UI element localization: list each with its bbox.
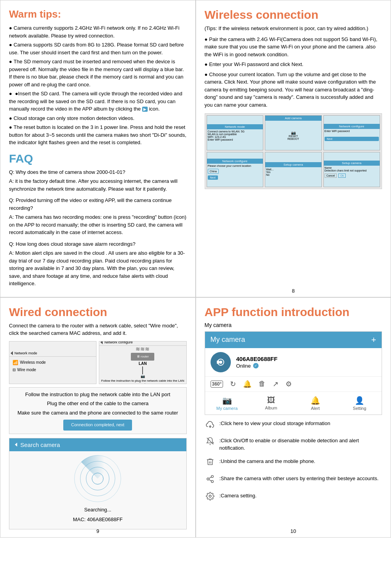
app-function-section: APP function introduction My camera My c… <box>196 297 391 538</box>
svg-point-9 <box>209 495 211 497</box>
bell-action[interactable]: 🔔 <box>243 380 252 388</box>
svg-point-6 <box>211 480 213 483</box>
wireless-screenshots: Network mode Connect camera to WLAN: 5GW… <box>205 113 382 189</box>
app-page-num: 10 <box>196 528 391 534</box>
svg-rect-2 <box>217 361 219 364</box>
faq-a2: A: The camera has two recording modes: o… <box>9 213 187 236</box>
feature-list: :Click here to view your cloud storage i… <box>205 420 382 504</box>
wireless-tips: (Tips: If the wireless network environme… <box>205 25 382 32</box>
bullet-6: The reset button is located on the 3 in … <box>9 123 187 147</box>
360-action[interactable]: 360° <box>211 381 223 388</box>
svg-point-5 <box>207 478 209 480</box>
wireless-screen-1: Network mode Connect camera to WLAN: 5GW… <box>207 115 264 150</box>
wired-screen-2-header: Network configure <box>104 341 133 344</box>
back-chevron-2 <box>100 341 103 344</box>
nav-camera-icon: 📷 <box>222 396 232 405</box>
nav-alert-icon: 🔔 <box>311 396 320 405</box>
nav-album-label: Album <box>265 406 277 410</box>
wireless-page-num: 8 <box>196 288 391 294</box>
gear-icon <box>205 492 216 504</box>
wired-screen-1-header: Network mode <box>14 351 37 355</box>
connection-completed-btn[interactable]: Connection completed, next <box>63 420 132 431</box>
feature-settings: :Camera setting. <box>205 492 382 504</box>
warm-tips-section: Warm tips: Camera currently supports 2.4… <box>0 0 196 297</box>
my-camera-header-title: My camera <box>211 336 245 344</box>
add-camera-plus[interactable]: + <box>371 335 376 345</box>
online-indicator <box>253 363 259 368</box>
wireless-title: Wireless connection <box>205 8 382 21</box>
faq-a3: A: Motion alert clips are saved in the c… <box>9 249 187 288</box>
wired-page-num: 9 <box>0 528 195 534</box>
app-function-title: APP function introduction <box>205 306 382 319</box>
nav-my-camera-label: My camera <box>216 406 237 411</box>
search-camera-box: Search camera Searching... MAC: 406A8E06… <box>9 438 187 529</box>
faq-q3: Q: How long does cloud storage save alar… <box>9 240 187 248</box>
back-chevron <box>11 351 13 355</box>
feature-cloud: :Click here to view your cloud storage i… <box>205 420 382 431</box>
bullet-5: Cloud storage can only store motion dete… <box>9 114 187 122</box>
wired-screenshots: Network mode 📶 Wireless mode ⊟ Wire mode <box>9 341 187 384</box>
wireless-section: Wireless connection (Tips: If the wirele… <box>196 0 391 297</box>
app-bottom-nav: 📷 My camera 🖼 Album 🔔 Alert 👤 Setting <box>205 391 382 415</box>
wireless-screen-6: Setup camera NameDetection chars limit n… <box>323 152 380 187</box>
wired-description: Connect the camera to the router with a … <box>9 322 187 337</box>
share-action[interactable]: ↗ <box>273 380 279 388</box>
feature-share: :Share the camera with other users by en… <box>205 475 382 486</box>
bullet-4: ●Insert the SD card. The camera will cyc… <box>9 90 187 113</box>
refresh-action[interactable]: ↻ <box>230 380 236 388</box>
camera-info: 406A8E0688FF Online <box>236 356 377 369</box>
wired-screen-2: Network configure ≋≋≋ 🖥 router LAN 📷 Fol… <box>99 341 186 384</box>
warm-tips-title: Warm tips: <box>9 8 187 20</box>
faq-q1: Q: Why does the time of camera show 2000… <box>9 168 187 176</box>
camera-icon <box>211 352 231 372</box>
svg-point-1 <box>219 361 222 364</box>
nav-album[interactable]: 🖼 Album <box>249 394 293 412</box>
bullet-3: The SD memory card must be inserted and … <box>9 58 187 88</box>
online-status-text: Online <box>236 363 251 369</box>
svg-point-4 <box>211 475 213 477</box>
settings-action[interactable]: ⚙ <box>286 380 292 388</box>
nav-setting[interactable]: 👤 Setting <box>337 394 382 412</box>
nav-setting-label: Setting <box>353 406 366 411</box>
nav-my-camera[interactable]: 📷 My camera <box>205 394 249 412</box>
nav-setting-icon: 👤 <box>355 396 364 405</box>
feature-share-text: :Share the camera with other users by en… <box>220 475 379 483</box>
trash-icon <box>205 458 216 469</box>
nav-alert-label: Alert <box>311 406 320 411</box>
wireless-screen-2: Add camera 📷 RESET REBOOT <box>265 115 322 150</box>
wired-title: Wired connection <box>9 306 187 319</box>
faq-q2: Q: Provided turning off the video or exi… <box>9 197 187 212</box>
camera-item: 406A8E0688FF Online <box>205 348 382 377</box>
my-camera-label: My camera <box>205 322 382 328</box>
my-camera-box: My camera + 406A8E0688FF Online <box>205 331 382 415</box>
bullet-1: Camera currently supports 2.4GHz Wi-Fi n… <box>9 24 187 39</box>
faq-a1: A: it is the factory default time. After… <box>9 177 187 193</box>
share-icon <box>205 475 216 486</box>
camera-mac: MAC: 406A8E0688FF <box>73 516 123 524</box>
wired-screen-1: Network mode 📶 Wireless mode ⊟ Wire mode <box>9 341 96 384</box>
camera-actions: 360° ↻ 🔔 🗑 ↗ ⚙ <box>205 377 382 391</box>
feature-settings-text: :Camera setting. <box>220 492 257 500</box>
search-camera-body: Searching... MAC: 406A8E0688FF <box>9 451 186 529</box>
search-back-chevron[interactable] <box>15 443 17 447</box>
bullet-2: Camera supports SD cards from 8G to 128G… <box>9 41 187 56</box>
wireless-bullet-1: Pair the camera with 2.4G Wi-Fi(Camera d… <box>205 36 382 59</box>
delete-action[interactable]: 🗑 <box>259 380 266 388</box>
my-camera-header: My camera + <box>205 332 382 348</box>
nav-album-icon: 🖼 <box>267 396 275 405</box>
search-camera-header: Search camera <box>9 438 186 451</box>
wired-connection-info: Follow the instruction to plug the netwo… <box>9 387 187 434</box>
svg-line-8 <box>209 477 211 478</box>
wireless-screen-5: Setup camera Wait...YesNo <box>265 152 322 187</box>
camera-svg <box>215 357 226 368</box>
feature-unbind: :Unbind the camera and the mobile phone. <box>205 458 382 469</box>
feature-alert: :Click On/Off to enable or disenable mob… <box>205 437 382 452</box>
radar-animation <box>74 455 121 502</box>
nav-alert[interactable]: 🔔 Alert <box>293 394 337 412</box>
wireless-bullet-3: Choose your current location. Turn up th… <box>205 71 382 109</box>
wireless-screen-4: Network configure Please choose your cur… <box>207 152 264 187</box>
feature-unbind-text: :Unbind the camera and the mobile phone. <box>220 458 316 465</box>
alert-bell-icon <box>205 437 216 449</box>
wireless-bullet-2: Enter your Wi-Fi password and click Next… <box>205 61 382 68</box>
wired-section: Wired connection Connect the camera to t… <box>0 297 196 538</box>
